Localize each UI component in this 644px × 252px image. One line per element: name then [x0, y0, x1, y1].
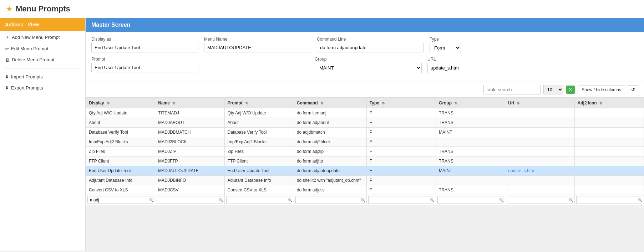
filter-group-input[interactable]	[437, 196, 503, 204]
delete-menu-prompt-button[interactable]: 🗑 Delete Menu Prompt	[0, 54, 85, 65]
table-cell: FTP Client	[224, 156, 294, 166]
table-controls: 10 25 50 100 X Show / hide columns ↺	[86, 82, 644, 98]
col-group[interactable]: Group ⇅	[436, 98, 505, 108]
prompt-input[interactable]	[91, 63, 198, 72]
star-icon: ★	[6, 4, 13, 14]
table-cell: do form itemadj	[294, 108, 366, 118]
refresh-button[interactable]: ↺	[628, 85, 638, 94]
sort-display-icon: ⇅	[107, 101, 110, 105]
table-row[interactable]: AboutMADJABOUTAboutdo form adjaboutFTRAN…	[86, 118, 644, 128]
table-row[interactable]: Qty Adj W/O UpdateTITEMADJQty Adj W/O Up…	[86, 108, 644, 118]
col-name[interactable]: Name ⇅	[155, 98, 224, 108]
table-cell	[505, 137, 574, 147]
form-row-2: Prompt Group MAINT TRANS URL	[91, 57, 638, 73]
filter-prompt-input[interactable]	[226, 196, 292, 204]
form-row-1: Display as Menu Name Command Line Type F…	[91, 37, 638, 53]
table-cell	[505, 176, 574, 185]
table-cell: Database Verify Tool	[224, 128, 294, 137]
table-cell: Adjutant Database Info	[224, 176, 294, 185]
sort-group-icon: ⇅	[454, 101, 457, 105]
filter-name-input[interactable]	[157, 196, 223, 204]
filter-url-input[interactable]	[507, 196, 573, 204]
filter-type-input[interactable]	[368, 196, 434, 204]
table-cell	[505, 108, 574, 118]
table-cell	[574, 166, 644, 176]
table-search-input[interactable]	[483, 85, 541, 94]
filter-display-input[interactable]	[87, 196, 153, 204]
import-prompts-button[interactable]: ⬇ Import Prompts	[0, 71, 85, 82]
add-menu-prompt-button[interactable]: ＋ Add New Menu Prompt	[0, 31, 85, 43]
sort-url-icon: ⇅	[517, 101, 519, 105]
filter-url-cell	[505, 195, 574, 205]
filter-display-cell	[86, 195, 155, 205]
table-cell: Zip Files	[224, 147, 294, 156]
col-type[interactable]: Type ⇅	[366, 98, 436, 108]
table-cell: End User Update Tool	[86, 166, 155, 176]
filter-command-input[interactable]	[295, 196, 365, 204]
table-cell	[574, 185, 644, 195]
col-command[interactable]: Command ⇅	[294, 98, 366, 108]
table-cell: P	[366, 176, 436, 185]
table-cell	[505, 118, 574, 128]
filter-command-cell	[294, 195, 366, 205]
content-area: Master Screen Display as Menu Name Comma…	[86, 18, 644, 251]
table-row[interactable]: FTP ClientMADJFTPFTP Clientdo form adjft…	[86, 156, 644, 166]
table-row[interactable]: Zip FilesMADJZIPZip Filesdo form adjzipF…	[86, 147, 644, 156]
table-cell: MADJABOUT	[155, 118, 224, 128]
table-cell: About	[224, 118, 294, 128]
edit-menu-prompt-button[interactable]: ✏ Edit Menu Prompt	[0, 43, 85, 54]
table-cell: F	[366, 147, 436, 156]
rows-per-page-select[interactable]: 10 25 50 100	[543, 85, 563, 94]
display-as-input[interactable]	[91, 43, 198, 52]
master-screen-header: Master Screen	[86, 18, 644, 32]
add-button-label: Add New Menu Prompt	[12, 35, 60, 40]
filter-group-cell	[436, 195, 505, 205]
table-cell: MADJAUTOUPDATE	[155, 166, 224, 176]
data-table: Display ⇅ Name ⇅ Prompt ⇅ Command ⇅ Type…	[86, 98, 644, 205]
table-row[interactable]: End User Update ToolMADJAUTOUPDATEEnd Us…	[86, 166, 644, 176]
import-button-label: Import Prompts	[11, 74, 43, 79]
table-row[interactable]: Adjutant Database InfoMADJDBINFOAdjutant…	[86, 176, 644, 185]
import-icon: ⬇	[5, 74, 9, 79]
table-cell: TITEMADJ	[155, 108, 224, 118]
table-cell: MAINT	[436, 128, 505, 137]
group-group: Group MAINT TRANS	[315, 57, 422, 73]
table-cell	[505, 147, 574, 156]
filter-row	[86, 195, 644, 205]
table-cell: F	[366, 137, 436, 147]
table-row[interactable]: Imp/Exp Adj2 BlocksMADJ2BLOCKImp/Exp Adj…	[86, 137, 644, 147]
url-input[interactable]	[427, 63, 513, 73]
table-cell: MAINT	[436, 166, 505, 176]
display-as-group: Display as	[91, 37, 198, 53]
table-cell: Database Verify Tool	[86, 128, 155, 137]
show-hide-columns-button[interactable]: Show / hide columns	[578, 86, 625, 94]
plus-icon: ＋	[5, 34, 10, 40]
export-prompts-button[interactable]: ⬇ Export Prompts	[0, 82, 85, 93]
col-prompt[interactable]: Prompt ⇅	[224, 98, 294, 108]
table-row[interactable]: Database Verify ToolMADJDBMATCHDatabase …	[86, 128, 644, 137]
table-cell: F	[366, 118, 436, 128]
type-group: Type Form Program	[430, 37, 461, 53]
table-cell: do form adjzip	[294, 147, 366, 156]
table-cell: MADJFTP	[155, 156, 224, 166]
menu-name-input[interactable]	[204, 43, 311, 52]
table-cell: P	[366, 128, 436, 137]
main-layout: Actions - View ＋ Add New Menu Prompt ✏ E…	[0, 18, 644, 251]
col-adj2icon[interactable]: Adj2 Icon ⇅	[574, 98, 644, 108]
table-row[interactable]: Convert CSV to XLSMADJCSVConvert CSV to …	[86, 185, 644, 195]
sort-adj2icon-icon: ⇅	[599, 101, 602, 105]
command-line-input[interactable]	[317, 43, 424, 52]
table-cell	[574, 156, 644, 166]
type-select[interactable]: Form Program	[430, 43, 461, 53]
table-cell	[574, 137, 644, 147]
col-url[interactable]: Url ⇅	[505, 98, 574, 108]
excel-export-button[interactable]: X	[566, 86, 575, 94]
table-cell	[436, 137, 505, 147]
command-line-label: Command Line	[317, 37, 424, 42]
col-display[interactable]: Display ⇅	[86, 98, 155, 108]
table-cell: update_s.htm	[505, 166, 574, 176]
table-cell: MADJDBMATCH	[155, 128, 224, 137]
table-cell: MADJDBINFO	[155, 176, 224, 185]
group-select[interactable]: MAINT TRANS	[315, 63, 422, 73]
filter-adj2icon-input[interactable]	[576, 196, 642, 204]
